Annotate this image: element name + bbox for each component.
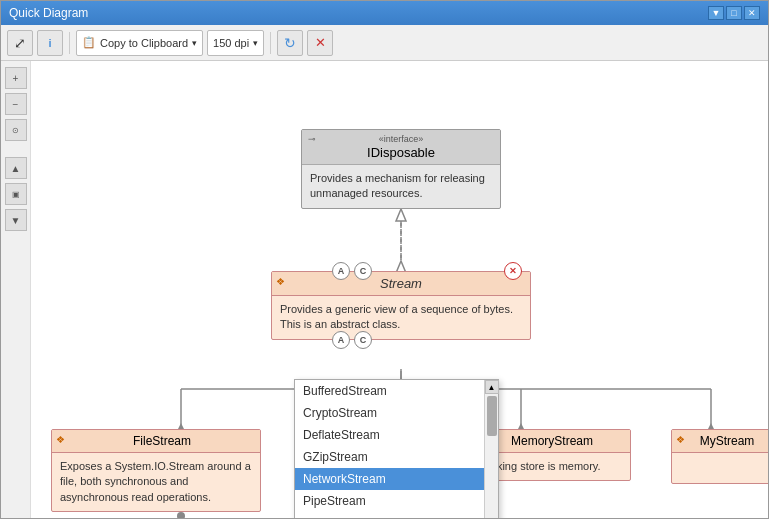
minimize-button[interactable]: ▼ [708, 6, 724, 20]
filestream-body: Exposes a System.IO.Stream around a file… [52, 453, 260, 511]
mystream-icon: ❖ [676, 434, 685, 445]
nav-down-button[interactable]: ▼ [5, 209, 27, 231]
quick-diagram-window: Quick Diagram ▼ □ ✕ ⤢ i 📋 Copy to Clipbo… [0, 0, 769, 519]
refresh-button[interactable]: ↻ [277, 30, 303, 56]
copy-icon: 📋 [82, 36, 96, 49]
info-icon: i [48, 37, 51, 49]
idisposable-header: «interface» IDisposable [302, 130, 500, 165]
dropdown-item-cryptostream[interactable]: CryptoStream [295, 402, 498, 424]
mystream-body [672, 453, 768, 483]
mystream-header: MyStream [672, 430, 768, 453]
dpi-dropdown[interactable]: 150 dpi ▾ [207, 30, 264, 56]
dropdown-item-bufferedstream[interactable]: BufferedStream [295, 380, 498, 402]
dpi-label: 150 dpi [213, 37, 249, 49]
dropdown-item-gzipstream[interactable]: GZipStream [295, 446, 498, 468]
stream-icon: ❖ [276, 276, 285, 287]
stream-inherit-circle[interactable]: A [332, 262, 350, 280]
mystream-title: MyStream [680, 434, 762, 448]
dropdown-scrollbar: ▲ ▼ [484, 380, 498, 518]
filestream-title: FileStream [60, 434, 252, 448]
maximize-button[interactable]: □ [726, 6, 742, 20]
close-window-button[interactable]: ✕ [744, 6, 760, 20]
fit-button[interactable]: ⊙ [5, 119, 27, 141]
subclass-dropdown: BufferedStream CryptoStream DeflateStrea… [294, 379, 499, 518]
window-title: Quick Diagram [9, 6, 88, 20]
idisposable-title: IDisposable [367, 145, 435, 160]
copy-to-clipboard-dropdown[interactable]: 📋 Copy to Clipboard ▾ [76, 30, 203, 56]
title-bar: Quick Diagram ▼ □ ✕ [1, 1, 768, 25]
info-button[interactable]: i [37, 30, 63, 56]
zoom-in-button[interactable]: + [5, 67, 27, 89]
canvas: ⊸ «interface» IDisposable Provides a mec… [31, 61, 768, 518]
toolbar-close-icon: ✕ [315, 35, 326, 50]
filestream-header: FileStream [52, 430, 260, 453]
zoom-out-button[interactable]: − [5, 93, 27, 115]
stream-child-circle2[interactable]: C [354, 331, 372, 349]
stream-box: ❖ A C ✕ Stream Provides a generic view o… [271, 271, 531, 340]
dropdown-item-deflatestream[interactable]: DeflateStream [295, 424, 498, 446]
stream-body: Provides a generic view of a sequence of… [272, 296, 530, 339]
svg-point-14 [177, 512, 185, 518]
dropdown-item-networkstream[interactable]: NetworkStream [295, 468, 498, 490]
separator-1 [69, 32, 70, 54]
expand-icon: ⤢ [14, 35, 26, 51]
separator-2 [270, 32, 271, 54]
stream-child-circle1[interactable]: A [332, 331, 350, 349]
nav-up-button[interactable]: ▲ [5, 157, 27, 179]
stream-header: Stream [272, 272, 530, 296]
stream-title: Stream [280, 276, 522, 291]
refresh-icon: ↻ [284, 35, 296, 51]
filestream-icon: ❖ [56, 434, 65, 445]
dpi-dropdown-arrow: ▾ [253, 38, 258, 48]
pin-icon: ⊸ [308, 134, 316, 144]
idisposable-box: ⊸ «interface» IDisposable Provides a mec… [301, 129, 501, 209]
stream-close-circle[interactable]: ✕ [504, 262, 522, 280]
scroll-thumb[interactable] [487, 396, 497, 436]
scroll-up-button[interactable]: ▲ [485, 380, 499, 394]
svg-marker-2 [396, 209, 406, 221]
title-bar-left: Quick Diagram [9, 6, 88, 20]
interface-tag: «interface» [379, 134, 424, 144]
filestream-box: ❖ FileStream Exposes a System.IO.Stream … [51, 429, 261, 512]
left-panel: + − ⊙ ▲ ▣ ▼ [1, 61, 31, 518]
diagram-area: + − ⊙ ▲ ▣ ▼ [1, 61, 768, 518]
title-bar-controls: ▼ □ ✕ [708, 6, 760, 20]
dropdown-item-pipestream[interactable]: PipeStream [295, 490, 498, 512]
stream-implement-circle[interactable]: C [354, 262, 372, 280]
mystream-box: ❖ MyStream [671, 429, 768, 484]
nav-handle[interactable]: ▣ [5, 183, 27, 205]
idisposable-body: Provides a mechanism for releasing unman… [302, 165, 500, 208]
dropdown-item-sqlfilestream[interactable]: SqlFileStream [295, 512, 498, 518]
expand-button[interactable]: ⤢ [7, 30, 33, 56]
copy-label: Copy to Clipboard [100, 37, 188, 49]
copy-dropdown-arrow: ▾ [192, 38, 197, 48]
toolbar-close-button[interactable]: ✕ [307, 30, 333, 56]
toolbar: ⤢ i 📋 Copy to Clipboard ▾ 150 dpi ▾ ↻ ✕ [1, 25, 768, 61]
